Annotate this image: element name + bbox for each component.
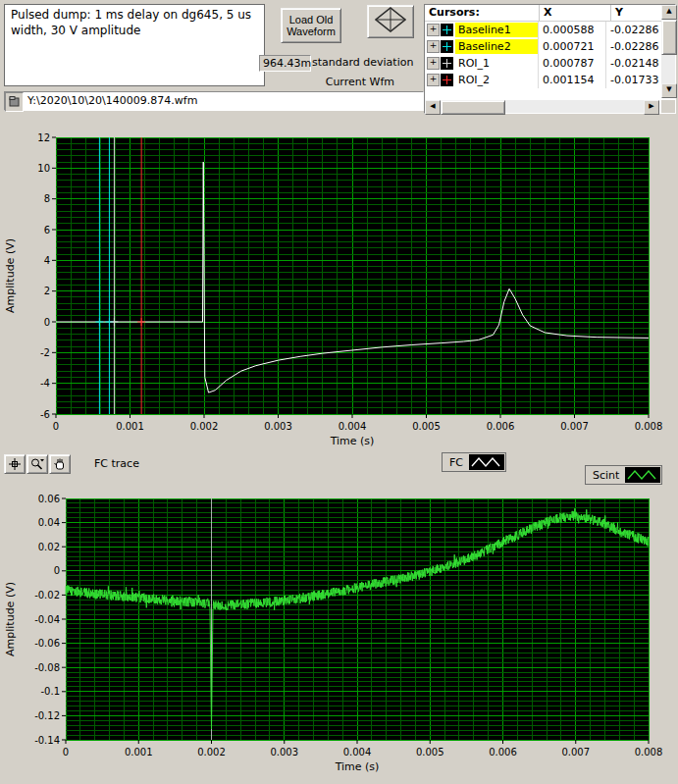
svg-text:0.04: 0.04 [38,517,60,528]
expander-icon[interactable]: + [427,57,440,70]
cursor-name[interactable]: Baseline1 [455,23,538,37]
load-old-waveform-button[interactable]: Load Old Waveform [281,8,341,43]
cursor-style-icon[interactable] [441,40,453,53]
svg-text:-0.12: -0.12 [34,710,60,721]
svg-text:Time (s): Time (s) [335,760,380,773]
svg-text:0.006: 0.006 [487,421,515,432]
cursor-x-value: 0.000588 [538,22,605,38]
current-wfm-path-field[interactable]: Y:\2020\10\20\140009.874.wfm [4,91,424,111]
crosshair-icon [7,457,23,471]
svg-text:10: 10 [37,163,50,174]
comment-box[interactable]: Pulsed dump: 1 ms delay on dg645, 5 us w… [4,4,265,86]
current-wfm-label: Current Wfm [320,76,394,88]
fc-trace-label: FC trace [94,457,139,470]
cursors-vertical-scrollbar[interactable]: ▲ ▼ [661,5,675,98]
svg-text:0: 0 [53,421,59,432]
scint-graph[interactable]: 00.0010.0020.0030.0040.0050.0060.0070.00… [0,491,678,784]
scroll-down-icon[interactable]: ▼ [661,83,677,98]
standard-deviation-label: standard deviation [312,56,413,69]
fc-graph[interactable]: 00.0010.0020.0030.0040.0050.0060.0070.00… [0,128,678,451]
legend-fc[interactable]: FC [442,452,506,472]
svg-text:0.007: 0.007 [561,747,590,758]
cursor-row-baseline2[interactable]: + Baseline2 0.000721 -0.022863 [425,38,659,55]
cursor-y-value: -0.017333 [605,72,659,88]
svg-text:0.006: 0.006 [489,747,517,758]
scroll-right-icon[interactable]: ▶ [644,100,659,115]
fc-plot-sample-icon [469,454,504,470]
svg-text:0: 0 [54,565,60,576]
svg-text:-0.02: -0.02 [34,590,60,601]
svg-text:0: 0 [63,747,69,758]
svg-text:0.002: 0.002 [190,421,219,432]
vscroll-track[interactable] [661,20,675,83]
hand-icon [52,457,68,471]
legend-scint-label: Scint [587,469,625,482]
svg-text:0: 0 [44,317,50,328]
svg-text:-0.1: -0.1 [40,686,60,697]
cursor-tool-button[interactable] [4,454,26,474]
svg-text:0.003: 0.003 [270,747,298,758]
scroll-left-icon[interactable]: ◀ [425,100,441,115]
svg-text:Time (s): Time (s) [330,435,375,447]
pan-tool-button[interactable] [49,454,71,474]
cursor-y-value: -0.022863 [605,38,659,55]
cursor-y-value: -0.022863 [605,22,659,38]
standard-deviation-value: 964.43m [259,55,311,72]
cursors-header: Cursors: X Y [425,5,675,22]
expander-icon[interactable]: + [427,24,440,36]
hscroll-track[interactable] [441,100,644,113]
legend-scint[interactable]: Scint [585,465,662,485]
cursor-row-roi1[interactable]: + ROI_1 0.000787 -0.021480 [425,55,659,72]
cursor-name[interactable]: Baseline2 [455,39,538,54]
cursor-row-baseline1[interactable]: + Baseline1 0.000588 -0.022863 [425,22,659,38]
hscroll-thumb[interactable] [441,100,505,115]
scint-plot-sample-icon [625,467,660,483]
svg-text:-6: -6 [40,409,50,420]
cursor-row-roi2[interactable]: + ROI_2 0.001154 -0.017333 [425,72,659,88]
legend-fc-label: FC [443,456,469,469]
diamond-icon-button[interactable] [367,5,414,38]
cursor-x-value: 0.001154 [538,72,605,88]
scroll-up-icon[interactable]: ▲ [661,5,677,20]
svg-text:6: 6 [44,225,50,235]
expander-icon[interactable]: + [427,40,440,53]
svg-text:-4: -4 [40,378,50,389]
svg-text:0.005: 0.005 [412,421,441,432]
diamond-icon [374,7,407,36]
svg-text:0.06: 0.06 [38,494,60,504]
svg-text:0.007: 0.007 [560,421,589,432]
svg-text:0.004: 0.004 [343,747,372,758]
svg-text:0.008: 0.008 [635,747,663,758]
cursor-style-icon[interactable] [441,24,453,36]
svg-text:-0.08: -0.08 [34,662,60,673]
svg-text:8: 8 [44,193,50,204]
svg-text:0.003: 0.003 [264,421,292,432]
svg-text:4: 4 [44,255,50,266]
vscroll-thumb[interactable] [661,20,677,55]
expander-icon[interactable]: + [427,74,440,86]
svg-text:-2: -2 [40,347,50,358]
zoom-tool-button[interactable] [26,454,48,474]
cursor-x-value: 0.000787 [538,55,605,72]
svg-text:0.001: 0.001 [125,747,153,758]
svg-text:-0.04: -0.04 [34,614,60,625]
svg-text:2: 2 [44,286,50,296]
graph-toolbar: FC trace FC Scint [0,451,678,491]
graph-palette [4,454,72,474]
cursor-style-icon[interactable] [441,57,453,70]
cursor-style-icon[interactable] [441,74,453,86]
cursors-title: Cursors: [425,5,539,21]
svg-text:0.004: 0.004 [339,421,367,432]
cursor-name[interactable]: ROI_2 [455,73,538,87]
cursor-y-value: -0.021480 [605,55,659,72]
svg-text:-0.06: -0.06 [34,638,60,649]
cursors-horizontal-scrollbar[interactable]: ◀ ▶ [425,100,659,113]
cursors-panel: Cursors: X Y + Baseline1 0.000588 -0.022… [424,4,676,114]
scrollbar-corner [661,100,675,113]
cursor-x-value: 0.000721 [538,38,605,55]
magnifier-icon [29,457,45,471]
path-browse-icon[interactable] [5,92,24,112]
labview-front-panel: Pulsed dump: 1 ms delay on dg645, 5 us w… [0,0,678,784]
svg-text:12: 12 [37,132,50,143]
cursor-name[interactable]: ROI_1 [455,56,538,71]
